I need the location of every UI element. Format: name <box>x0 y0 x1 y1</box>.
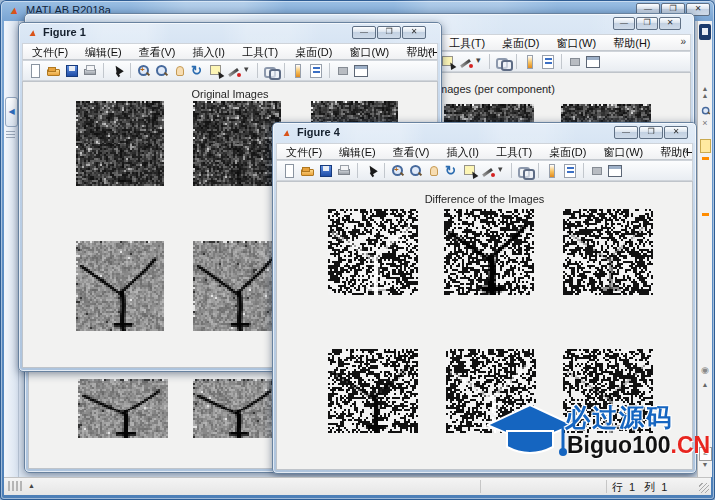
pan-hand-icon[interactable] <box>426 163 442 179</box>
link-plot-icon[interactable] <box>495 54 511 70</box>
print-figure-icon[interactable] <box>82 63 98 79</box>
menu-help[interactable]: 帮助(H) <box>660 145 693 159</box>
menu-overflow-icon[interactable]: » <box>427 45 433 56</box>
menu-insert[interactable]: 插入(I) <box>447 145 479 159</box>
edit-plot-pointer-icon[interactable] <box>363 163 379 179</box>
new-figure-icon[interactable] <box>28 63 44 79</box>
zoom-out-icon[interactable] <box>154 63 170 79</box>
menu-desktop[interactable]: 桌面(D) <box>549 145 586 159</box>
close-button[interactable]: ✕ <box>664 126 688 139</box>
zoom-out-icon[interactable] <box>408 163 424 179</box>
menu-window[interactable]: 窗口(W) <box>603 145 643 159</box>
menu-tools[interactable]: 工具(T) <box>242 45 278 59</box>
menu-window[interactable]: 窗口(W) <box>349 45 389 59</box>
figure4-plot-title: Difference of the Images <box>277 193 692 205</box>
menu-edit[interactable]: 编辑(E) <box>339 145 376 159</box>
rotate-3d-icon[interactable] <box>190 63 206 79</box>
maximize-button[interactable]: ❐ <box>639 126 663 139</box>
menu-overflow-icon[interactable]: » <box>682 145 688 156</box>
menu-overflow-icon[interactable]: » <box>680 36 686 47</box>
open-file-icon[interactable] <box>46 63 62 79</box>
insert-colorbar-icon[interactable] <box>544 163 560 179</box>
scroll-up-icon[interactable]: ▲▲ <box>698 85 712 99</box>
collapse-left-icon[interactable]: ◀ <box>5 97 18 127</box>
difference-image <box>446 349 536 433</box>
search-icon[interactable] <box>700 105 711 116</box>
insert-legend-icon[interactable] <box>562 163 578 179</box>
resize-grip-icon[interactable] <box>699 483 709 493</box>
pan-hand-icon[interactable] <box>172 63 188 79</box>
figure1-title: Figure 1 <box>43 26 86 38</box>
figure4-toolbar: + <box>276 160 693 181</box>
menu-edit[interactable]: 编辑(E) <box>85 45 122 59</box>
list-icon[interactable]: ≡ <box>699 447 712 461</box>
maximize-button[interactable]: ❐ <box>377 26 401 39</box>
new-figure-icon[interactable] <box>282 163 298 179</box>
col-label: 列 <box>644 481 655 493</box>
data-cursor-icon[interactable] <box>462 163 478 179</box>
hide-plot-tools-icon[interactable] <box>589 163 605 179</box>
brush-dropdown-icon[interactable] <box>476 54 484 70</box>
brush-data-icon[interactable] <box>480 163 496 179</box>
figure1-titlebar[interactable]: ▲ Figure 1 — ❐ ✕ <box>19 23 441 43</box>
close-button[interactable]: ✕ <box>659 17 681 30</box>
brush-dropdown-icon[interactable] <box>498 163 506 179</box>
dock-grip-icon[interactable] <box>6 131 15 139</box>
insert-colorbar-icon[interactable] <box>290 63 306 79</box>
menu-view[interactable]: 查看(V) <box>139 45 176 59</box>
close-button[interactable]: ✕ <box>402 26 426 39</box>
main-statusbar: ▲ 行1 列1 <box>4 477 711 495</box>
edit-plot-pointer-icon[interactable] <box>109 63 125 79</box>
menu-desktop[interactable]: 桌面(D) <box>502 36 539 50</box>
minimize-button[interactable]: — <box>613 17 635 30</box>
link-plot-icon[interactable] <box>517 163 533 179</box>
scroll-up-icon[interactable]: ▲ <box>698 381 712 388</box>
insert-legend-icon[interactable] <box>540 54 556 70</box>
brush-dropdown-icon[interactable] <box>244 63 252 79</box>
statusbar-arrow-icon[interactable]: ▲ <box>28 482 35 489</box>
panel-icon[interactable] <box>699 24 711 40</box>
menu-view[interactable]: 查看(V) <box>393 145 430 159</box>
show-plot-tools-icon[interactable] <box>353 63 369 79</box>
zoom-in-icon[interactable]: + <box>136 63 152 79</box>
error-tick-icon[interactable] <box>702 213 709 216</box>
menu-desktop[interactable]: 桌面(D) <box>295 45 332 59</box>
print-figure-icon[interactable] <box>336 163 352 179</box>
hide-plot-tools-icon[interactable] <box>335 63 351 79</box>
insert-legend-icon[interactable] <box>308 63 324 79</box>
close-icon[interactable]: × <box>698 118 712 128</box>
show-plot-tools-icon[interactable] <box>607 163 623 179</box>
minimize-button[interactable]: — <box>352 26 376 39</box>
menu-tools[interactable]: 工具(T) <box>496 145 532 159</box>
rotate-3d-icon[interactable] <box>444 163 460 179</box>
component-image <box>78 379 168 438</box>
scroll-down-icon[interactable]: ▼ <box>698 461 712 468</box>
menu-help[interactable]: 帮助(H) <box>406 45 438 59</box>
brush-data-icon[interactable] <box>226 63 242 79</box>
brush-data-icon[interactable] <box>458 54 474 70</box>
menu-window[interactable]: 窗口(W) <box>556 36 596 50</box>
document-marker-icon[interactable] <box>700 139 711 153</box>
error-tick-icon[interactable] <box>702 157 709 160</box>
save-figure-icon[interactable] <box>64 63 80 79</box>
statusbar-grip-icon[interactable] <box>8 481 24 491</box>
save-figure-icon[interactable] <box>318 163 334 179</box>
open-file-icon[interactable] <box>300 163 316 179</box>
figure4-titlebar[interactable]: ▲ Figure 4 — ❐ ✕ <box>273 123 696 143</box>
show-plot-tools-icon[interactable] <box>585 54 601 70</box>
menu-file[interactable]: 文件(F) <box>32 45 68 59</box>
left-dock-strip: ◀ <box>4 21 19 477</box>
zoom-in-icon[interactable]: + <box>390 163 406 179</box>
menu-file[interactable]: 文件(F) <box>286 145 322 159</box>
data-cursor-icon[interactable] <box>208 63 224 79</box>
minimize-button[interactable]: — <box>614 126 638 139</box>
link-plot-icon[interactable] <box>263 63 279 79</box>
menu-insert[interactable]: 插入(I) <box>193 45 225 59</box>
data-cursor-icon[interactable] <box>440 54 456 70</box>
maximize-button[interactable]: ❐ <box>636 17 658 30</box>
menu-help[interactable]: 帮助(H) <box>613 36 650 50</box>
jump-down-icon[interactable]: ◉ <box>698 365 712 375</box>
insert-colorbar-icon[interactable] <box>522 54 538 70</box>
menu-tools[interactable]: 工具(T) <box>449 36 485 50</box>
hide-plot-tools-icon[interactable] <box>567 54 583 70</box>
